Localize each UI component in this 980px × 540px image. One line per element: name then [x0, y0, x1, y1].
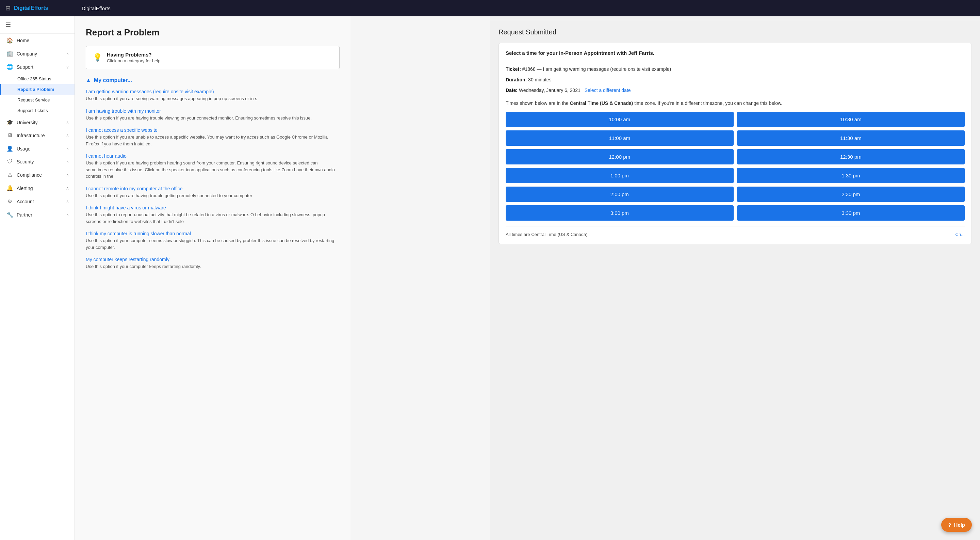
- list-item: I think my computer is running slower th…: [86, 231, 340, 251]
- time-slot-1200pm[interactable]: 12:00 pm: [506, 149, 733, 164]
- sidebar-item-label: Usage: [17, 146, 63, 151]
- sidebar-item-company[interactable]: 🏢 Company ∧: [0, 47, 75, 60]
- sidebar-item-label: Security: [17, 159, 63, 164]
- sidebar-item-account[interactable]: ⚙ Account ∧: [0, 195, 75, 208]
- chevron-icon: ∧: [66, 133, 69, 138]
- problem-link[interactable]: I am getting warning messages (require o…: [86, 89, 214, 94]
- time-slot-300pm[interactable]: 3:00 pm: [506, 205, 733, 221]
- sidebar-item-partner[interactable]: 🔧 Partner ∧: [0, 208, 75, 221]
- problem-link[interactable]: I cannot remote into my computer at the …: [86, 186, 183, 191]
- time-slot-330pm[interactable]: 3:30 pm: [737, 205, 965, 221]
- select-date-link[interactable]: Select a different date: [585, 88, 631, 93]
- time-slot-1100am[interactable]: 11:00 am: [506, 131, 733, 146]
- time-slot-230pm[interactable]: 2:30 pm: [737, 186, 965, 202]
- time-slot-1030am[interactable]: 10:30 am: [737, 112, 965, 127]
- sidebar-item-label: Partner: [17, 212, 63, 218]
- account-icon: ⚙: [6, 198, 13, 205]
- list-item: I cannot access a specific website Use t…: [86, 127, 340, 147]
- problem-link[interactable]: I cannot hear audio: [86, 153, 127, 159]
- having-problems-title: Having Problems?: [107, 52, 152, 57]
- right-panel: Confirmation ✕ Close Request Submitted S…: [490, 0, 980, 540]
- problem-desc: Use this option if you are having troubl…: [86, 115, 340, 121]
- problem-desc: Use this option if you are having proble…: [86, 160, 340, 180]
- sidebar-sub-request[interactable]: Request Service: [0, 95, 75, 105]
- help-fab-button[interactable]: ? Help: [941, 518, 972, 532]
- sidebar-sub-report[interactable]: Report a Problem: [0, 84, 75, 95]
- top-bar-title: DigitalEfforts: [75, 5, 111, 11]
- sidebar-item-home[interactable]: 🏠 Home: [0, 34, 75, 47]
- ticket-value: #1868 — I am getting warning messages (r…: [522, 66, 671, 72]
- sidebar-sub-tickets[interactable]: Support Tickets: [0, 105, 75, 116]
- list-item: My computer keeps restarting randomly Us…: [86, 257, 340, 270]
- usage-icon: 👤: [6, 145, 13, 152]
- problem-desc: Use this option to report unusual activi…: [86, 212, 340, 225]
- sidebar-item-infrastructure[interactable]: 🖥 Infrastructure ∧: [0, 129, 75, 142]
- problem-link[interactable]: I cannot access a specific website: [86, 127, 158, 133]
- appointment-card: Select a time for your In-Person Appoint…: [498, 43, 972, 244]
- sidebar-sub-label: Report a Problem: [18, 87, 54, 92]
- chevron-down-icon: ∨: [66, 65, 69, 70]
- sidebar: ☰ 🏠 Home 🏢 Company ∧ 🌐 Support ∨ Office …: [0, 16, 75, 540]
- date-row: Date: Wednesday, January 6, 2021 Select …: [506, 87, 965, 94]
- timezone-bold: Central Time (US & Canada): [570, 100, 633, 106]
- sidebar-item-compliance[interactable]: ⚠ Compliance ∧: [0, 168, 75, 182]
- change-timezone-link[interactable]: Ch...: [956, 232, 965, 237]
- chevron-icon: ∧: [66, 159, 69, 164]
- compliance-icon: ⚠: [6, 172, 13, 178]
- chevron-icon: ∧: [66, 147, 69, 151]
- right-panel-body: Request Submitted Select a time for your…: [490, 20, 980, 260]
- page-title: Report a Problem: [86, 27, 340, 38]
- sidebar-sub-label: Office 365 Status: [18, 76, 51, 81]
- grid-icon[interactable]: ⊞: [5, 5, 11, 12]
- help-question-icon: ?: [948, 522, 951, 528]
- having-problems-text: Having Problems? Click on a category for…: [107, 52, 162, 63]
- list-item: I think I might have a virus or malware …: [86, 205, 340, 225]
- time-slot-100pm[interactable]: 1:00 pm: [506, 168, 733, 183]
- sidebar-item-support[interactable]: 🌐 Support ∨: [0, 60, 75, 73]
- time-slot-1130am[interactable]: 11:30 am: [737, 131, 965, 146]
- duration-label: Duration:: [506, 77, 527, 83]
- category-label: My computer...: [94, 77, 132, 83]
- all-times-note: All times are Central Time (US & Canada)…: [506, 226, 965, 237]
- time-slot-130pm[interactable]: 1:30 pm: [737, 168, 965, 183]
- problem-link[interactable]: I am having trouble with my monitor: [86, 108, 161, 114]
- time-slot-1230pm[interactable]: 12:30 pm: [737, 149, 965, 164]
- logo-area: ⊞ DigitalEfforts: [0, 5, 75, 12]
- time-grid: 10:00 am 10:30 am 11:00 am 11:30 am 12:0…: [506, 112, 965, 221]
- chevron-icon: ∧: [66, 120, 69, 125]
- alerting-icon: 🔔: [6, 185, 13, 191]
- sidebar-item-university[interactable]: 🎓 University ∧: [0, 116, 75, 129]
- list-item: I cannot hear audio Use this option if y…: [86, 153, 340, 180]
- sidebar-sub-label: Support Tickets: [18, 108, 48, 113]
- problem-link[interactable]: I think I might have a virus or malware: [86, 205, 166, 210]
- sidebar-item-label: Account: [17, 199, 63, 204]
- duration-value: 30 minutes: [528, 77, 551, 83]
- sidebar-sub-label: Request Service: [18, 97, 50, 102]
- support-icon: 🌐: [6, 64, 13, 70]
- chevron-icon: ∧: [66, 173, 69, 177]
- sidebar-item-label: Alerting: [17, 186, 63, 191]
- time-slot-200pm[interactable]: 2:00 pm: [506, 186, 733, 202]
- sidebar-item-label: Company: [17, 51, 63, 57]
- timezone-note-2: time zone. If you're in a different time…: [633, 100, 782, 106]
- problem-desc: Use this option if your computer seems s…: [86, 237, 340, 251]
- ticket-row: Ticket: #1868 — I am getting warning mes…: [506, 66, 965, 73]
- sidebar-item-usage[interactable]: 👤 Usage ∧: [0, 142, 75, 155]
- sidebar-item-security[interactable]: 🛡 Security ∧: [0, 155, 75, 168]
- problems-list: I am getting warning messages (require o…: [86, 89, 340, 270]
- problem-link[interactable]: My computer keeps restarting randomly: [86, 257, 169, 262]
- hamburger-button[interactable]: ☰: [0, 16, 75, 34]
- date-value: Wednesday, January 6, 2021: [519, 88, 581, 93]
- sidebar-sub-office365[interactable]: Office 365 Status: [0, 73, 75, 84]
- chevron-icon: ∧: [66, 186, 69, 191]
- chevron-icon: ∧: [66, 199, 69, 204]
- problem-link[interactable]: I think my computer is running slower th…: [86, 231, 191, 236]
- request-submitted-label: Request Submitted: [498, 28, 972, 36]
- company-icon: 🏢: [6, 50, 13, 57]
- having-problems-box: 💡 Having Problems? Click on a category f…: [86, 46, 340, 69]
- infrastructure-icon: 🖥: [6, 132, 13, 139]
- sidebar-item-alerting[interactable]: 🔔 Alerting ∧: [0, 182, 75, 195]
- time-slot-1000am[interactable]: 10:00 am: [506, 112, 733, 127]
- category-header[interactable]: ▲ My computer...: [86, 77, 340, 83]
- sidebar-item-label: Support: [17, 64, 63, 70]
